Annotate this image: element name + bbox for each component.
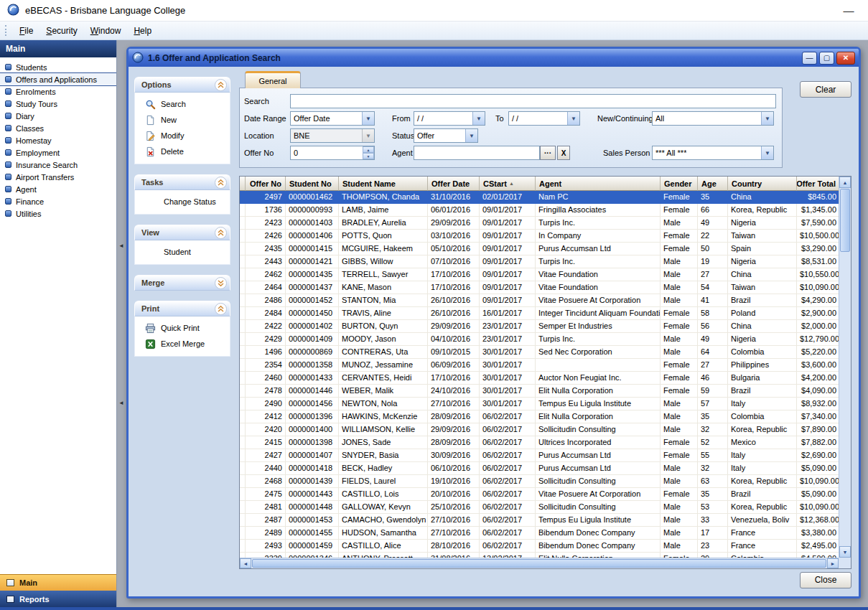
table-row[interactable]: 24750000001443CASTILLO, Lois20/10/201606…	[240, 488, 839, 501]
menu-window[interactable]: Window	[84, 24, 128, 38]
scroll-right-icon[interactable]: ►	[827, 558, 839, 568]
table-row[interactable]: 17360000000993LAMB, Jaime06/01/201609/01…	[240, 204, 839, 217]
sidebar-collapse-arrow-icon[interactable]: ◄	[118, 243, 124, 249]
table-row[interactable]: 24260000001406POTTS, Quon03/10/201609/01…	[240, 230, 839, 243]
chevron-down-icon[interactable]: ▼	[567, 112, 579, 125]
table-row[interactable]: 24430000001421GIBBS, Willow07/10/201609/…	[240, 255, 839, 268]
menu-security[interactable]: Security	[39, 24, 83, 38]
sidebar-item-employment[interactable]: Employment	[0, 146, 116, 159]
sidebar-item-finance[interactable]: Finance	[0, 195, 116, 207]
table-row[interactable]: 14960000000869CONTRERAS, Uta09/10/201530…	[240, 346, 839, 359]
sidebar-item-students[interactable]: Students	[0, 61, 116, 73]
child-restore-icon[interactable]: ▢	[819, 52, 834, 65]
child-window-titlebar[interactable]: 1.6 Offer and Application Search — ▢ ✕	[129, 49, 859, 67]
change-status-button[interactable]: Change Status	[135, 194, 230, 210]
horizontal-scrollbar[interactable]: ◄ ►	[240, 558, 839, 568]
excel-merge-button[interactable]: Excel Merge	[135, 336, 230, 352]
close-button[interactable]: Close	[800, 572, 851, 588]
sidebar-item-agent[interactable]: Agent	[0, 183, 116, 195]
search-button[interactable]: Search	[135, 96, 230, 112]
table-row[interactable]: 24230000001403BRADLEY, Aurelia29/09/2016…	[240, 217, 839, 230]
column-header-offer-total[interactable]: Offer Total	[797, 177, 839, 191]
column-header-agent[interactable]: Agent	[536, 177, 661, 191]
status-select[interactable]: Offer ▼	[414, 128, 478, 143]
sidebar-collapse-arrow-icon[interactable]: ◄	[118, 400, 124, 406]
table-row[interactable]: 24120000001396HAWKINS, McKenzie28/09/201…	[240, 410, 839, 423]
agent-clear-button[interactable]: X	[557, 146, 570, 160]
sidebar-item-homestay[interactable]: Homestay	[0, 134, 116, 146]
column-header-offer-date[interactable]: Offer Date	[428, 177, 480, 191]
chevron-down-icon[interactable]: ▼	[761, 112, 773, 125]
sidebar-item-airport-transfers[interactable]: Airport Transfers	[0, 171, 116, 183]
sidebar-item-study-tours[interactable]: Study Tours	[0, 98, 116, 110]
horizontal-scrollbar-thumb[interactable]	[252, 559, 826, 568]
table-row[interactable]: 24640000001437KANE, Mason17/10/201609/01…	[240, 281, 839, 294]
chevron-up-icon[interactable]	[215, 177, 227, 189]
chevron-down-icon[interactable]: ▼	[472, 112, 485, 125]
table-row[interactable]: 24200000001400WILLIAMSON, Kellie29/09/20…	[240, 423, 839, 436]
table-row[interactable]: 24930000001459CASTILLO, Alice28/10/20160…	[240, 540, 839, 553]
scroll-up-icon[interactable]: ▲	[839, 177, 851, 188]
tab-general[interactable]: General	[245, 71, 301, 88]
table-row[interactable]: 24400000001418BECK, Hadley06/10/201606/0…	[240, 462, 839, 475]
nav-tab-main[interactable]: Main	[0, 574, 116, 591]
panel-header-tasks[interactable]: Tasks	[134, 174, 230, 190]
table-row[interactable]: 24680000001439FIELDS, Laurel19/10/201606…	[240, 475, 839, 488]
spin-down-icon[interactable]: ▼	[363, 153, 374, 159]
location-select[interactable]: BNE ▼	[290, 128, 375, 143]
from-date-select[interactable]: / / ▼	[414, 111, 485, 126]
table-row[interactable]: 24290000001409MOODY, Jason04/10/201623/0…	[240, 333, 839, 346]
scroll-left-icon[interactable]: ◄	[240, 558, 251, 568]
offer-no-stepper[interactable]: 0 ▲ ▼	[290, 146, 375, 160]
sidebar-item-diary[interactable]: Diary	[0, 110, 116, 122]
agent-browse-button[interactable]: ···	[540, 146, 556, 160]
column-header-student-name[interactable]: Student Name	[339, 177, 428, 191]
chevron-down-icon[interactable]: ▼	[362, 129, 374, 142]
agent-input[interactable]	[414, 146, 540, 160]
sidebar-item-classes[interactable]: Classes	[0, 122, 116, 134]
table-row[interactable]: 24620000001435TERRELL, Sawyer17/10/20160…	[240, 268, 839, 281]
panel-header-view[interactable]: View	[134, 225, 230, 240]
quick-print-button[interactable]: Quick Print	[135, 320, 230, 336]
nav-tab-reports[interactable]: Reports	[0, 591, 116, 607]
table-row[interactable]: 24860000001452STANTON, Mia26/10/201609/0…	[240, 294, 839, 307]
clear-button[interactable]: Clear	[800, 81, 851, 98]
to-date-select[interactable]: / / ▼	[508, 111, 580, 126]
table-row[interactable]: 24220000001402BURTON, Quyn29/09/201623/0…	[240, 320, 839, 333]
new-continuing-select[interactable]: All ▼	[652, 111, 774, 126]
sidebar-item-utilities[interactable]: Utilities	[0, 207, 116, 220]
table-row[interactable]: 24270000001407SNYDER, Basia30/09/201606/…	[240, 449, 839, 462]
sidebar-item-insurance-search[interactable]: Insurance Search	[0, 159, 116, 171]
column-header-cstart[interactable]: CStart▲	[480, 177, 536, 191]
minimize-window-icon[interactable]: —	[836, 4, 861, 17]
table-row[interactable]: 24150000001398JONES, Sade28/09/201606/02…	[240, 436, 839, 449]
sidebar-item-offers-and-applications[interactable]: Offers and Applications	[0, 73, 116, 85]
chevron-up-icon[interactable]	[215, 227, 227, 239]
column-header-student-no[interactable]: Student No	[286, 177, 339, 191]
chevron-down-icon[interactable]: ▼	[761, 146, 773, 159]
panel-header-print[interactable]: Print	[134, 301, 230, 316]
search-input[interactable]	[290, 94, 776, 108]
column-header-age[interactable]: Age	[698, 177, 728, 191]
delete-button[interactable]: Delete	[135, 144, 230, 159]
modify-button[interactable]: Modify	[135, 128, 230, 144]
table-row[interactable]: 24870000001453CAMACHO, Gwendolyn27/10/20…	[240, 514, 839, 527]
menu-file[interactable]: File	[13, 24, 39, 38]
panel-header-merge[interactable]: Merge	[134, 275, 230, 291]
date-range-select[interactable]: Offer Date ▼	[290, 111, 375, 126]
table-row[interactable]: 24890000001455HUDSON, Samantha27/10/2016…	[240, 527, 839, 540]
column-header-gender[interactable]: Gender	[661, 177, 698, 191]
vertical-scrollbar-thumb[interactable]	[840, 189, 850, 252]
table-row[interactable]: 24780000001446WEBER, Malik24/10/201630/0…	[240, 385, 839, 398]
table-row[interactable]: 24900000001456NEWTON, Nola27/10/201630/0…	[240, 398, 839, 410]
student-button[interactable]: Student	[135, 244, 230, 260]
scroll-down-icon[interactable]: ▼	[839, 546, 851, 558]
sales-person-select[interactable]: *** All *** ▼	[652, 146, 774, 160]
chevron-down-icon[interactable]: ▼	[465, 129, 477, 142]
table-row[interactable]: 24840000001450TRAVIS, Aline26/10/201616/…	[240, 307, 839, 320]
table-row[interactable]: 23390000001346ANTHONY, Prescott31/08/201…	[240, 553, 839, 558]
new-button[interactable]: New	[135, 112, 230, 128]
table-row[interactable]: 24810000001448GALLOWAY, Kevyn25/10/20160…	[240, 501, 839, 514]
child-close-icon[interactable]: ✕	[836, 52, 855, 65]
spin-up-icon[interactable]: ▲	[363, 146, 374, 153]
